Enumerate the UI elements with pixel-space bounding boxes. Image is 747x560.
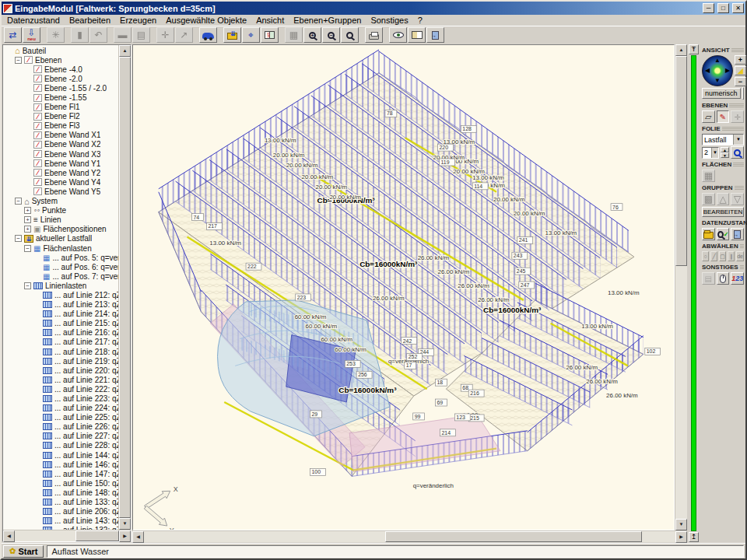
menu-ebenen-gruppen[interactable]: Ebenen+Gruppen (289, 16, 366, 25)
tree-item[interactable]: ... auf Linie 221: qZ=26.00 (3, 375, 118, 384)
tree-vscroll-thumb[interactable] (119, 57, 131, 518)
tree-item[interactable]: ... auf Linie 220: qZ=26.00 (3, 366, 118, 375)
menu-erzeugen[interactable]: Erzeugen (115, 16, 161, 25)
rotate-right-icon[interactable]: ▶ (724, 67, 731, 75)
deselect-button-4[interactable]: de (736, 251, 744, 261)
tree-item[interactable]: ∕Ebene -1.55 (3, 93, 118, 102)
tree-item[interactable]: ... auf Linie 216: qZ=20.00 (3, 328, 118, 338)
minus-expander-icon[interactable]: − (24, 282, 31, 289)
tree-item[interactable]: ∕Ebene Fl3 (3, 121, 118, 131)
group-hatch-button[interactable]: ▩ (702, 193, 715, 205)
data-exchange-button[interactable]: ⇄ (4, 27, 22, 43)
tree-item[interactable]: ∕Ebene Fl1 (3, 103, 118, 112)
tree-item[interactable]: −∕Ebenen (3, 55, 118, 65)
zoom-window-button[interactable] (341, 27, 359, 43)
scroll-down-icon[interactable]: ▼ (675, 519, 687, 530)
tree-item[interactable]: ▦... auf Pos. 6: q=veränderlich (3, 262, 118, 271)
active-divider-line[interactable] (691, 55, 696, 531)
tree-item[interactable]: ... auf Linie 219: qZ=26.00 (3, 356, 118, 366)
plus-expander-icon[interactable]: + (24, 226, 31, 233)
maximize-icon[interactable]: □ (717, 3, 729, 13)
scro ll-down-icon[interactable]: ▼ (119, 518, 131, 530)
light-button[interactable]: ✳ (47, 27, 65, 43)
scroll-left-icon[interactable]: ◀ (3, 530, 15, 542)
canvas-vscrollbar[interactable]: ▲ ▼ (675, 44, 687, 530)
load-generate-button[interactable]: ⌖ (242, 27, 260, 43)
scroll-right-icon[interactable]: ▶ (119, 530, 131, 542)
tree-item[interactable]: ... auf Linie 222: qZ=26.00 (3, 384, 118, 394)
rotate-up-icon[interactable]: ▲ (714, 57, 721, 65)
tree-item[interactable]: ∕Ebene -1.55 / -2.0 (3, 83, 118, 93)
group-down-button[interactable]: ▽ (731, 193, 744, 205)
canvas-hscroll-thumb[interactable] (385, 531, 642, 542)
edit-plane-button[interactable]: ✎ (717, 110, 730, 123)
scroll-right-icon[interactable]: ▶ (675, 531, 687, 543)
chevron-down-icon[interactable]: ▼ (733, 135, 743, 145)
minus-expander-icon[interactable]: − (15, 198, 22, 205)
canvas-vscroll-thumb[interactable] (675, 56, 687, 266)
canvas-hscrollbar[interactable]: ◀ ▶ (132, 530, 687, 542)
tree-item[interactable]: ... auf Linie 226: qZ=26.00 (3, 422, 118, 432)
plate-button[interactable]: ▬ (114, 27, 132, 43)
menu-ansicht[interactable]: Ansicht (251, 16, 289, 25)
tree-item[interactable]: ▦... auf Pos. 7: q=veränderlich (3, 271, 118, 281)
collapse-panel-icon[interactable]: ↥ (689, 532, 699, 542)
tree-item[interactable]: −⌂System (3, 197, 118, 206)
menu-?[interactable]: ? (413, 16, 427, 25)
view-navigation-pad[interactable]: ▲ ◀ ▶ ▼ (702, 55, 733, 86)
tree-item[interactable]: ... auf Linie 148: qZ=13.00 (3, 488, 118, 497)
tree-item[interactable]: +∘∘Punkte (3, 206, 118, 215)
rotate-left-icon[interactable]: ◀ (703, 67, 711, 75)
tree-item[interactable]: ∕Ebene Fl2 (3, 112, 118, 121)
move-node-button[interactable]: ✛ (156, 27, 174, 43)
menu-ausgew-hlte-objekte[interactable]: Ausgewählte Objekte (161, 16, 251, 25)
tree-item[interactable]: −⇊aktueller Lastfall (3, 234, 118, 243)
print-button[interactable] (365, 27, 383, 43)
tree-hscrollbar[interactable]: ◀ ▶ (3, 530, 131, 541)
model-canvas[interactable]: Cb=16000kN/m³Cb=16000kN/m³Cb=16000kN/m³C… (132, 44, 675, 530)
tree-item[interactable]: ... auf Linie 147: qZ=13.00 (3, 469, 118, 478)
tree-item[interactable]: ∕Ebene -2.0 (3, 74, 118, 83)
rotate-down-icon[interactable]: ▼ (714, 77, 721, 85)
line-tool-button[interactable]: ↗ (175, 27, 193, 43)
title-bar[interactable]: EingabeModul [Faltwerk: Sprungbecken d=3… (2, 2, 745, 15)
eye-button[interactable] (389, 27, 407, 43)
report-button[interactable]: ▤ (702, 272, 715, 285)
start-button[interactable]: Start (3, 545, 44, 558)
tree-item[interactable]: +▣Flächenpositionen (3, 225, 118, 234)
load-doc-button[interactable] (261, 27, 279, 43)
load-folder-button[interactable] (223, 27, 241, 43)
grid-button[interactable]: ▦ (285, 27, 303, 43)
new-button[interactable]: ⇩neu (23, 27, 40, 43)
coordinates-button[interactable]: 123 (731, 272, 744, 285)
tree-item[interactable]: ... auf Linie 144: qZ=13.00 (3, 450, 118, 460)
tree-item[interactable]: ... auf Linie 228: qZ=26.00 (3, 441, 118, 450)
tree-item[interactable]: ... auf Linie 212: qZ=20.00 (3, 290, 118, 299)
pin-panel-icon[interactable]: Ŧ (689, 44, 699, 54)
loadcase-number-select[interactable]: 2 ▼ (702, 147, 719, 159)
tree-item[interactable]: ∕Ebene Wand Y1 (3, 159, 118, 168)
tree-item[interactable]: ∕Ebene Wand X3 (3, 149, 118, 159)
deselect-button-3[interactable]: ∥ (728, 251, 735, 261)
menu-bearbeiten[interactable]: Bearbeiten (65, 16, 115, 25)
search-loadcase-button[interactable] (731, 146, 744, 159)
tree-item[interactable]: ... auf Linie 206: qZ=13.00 (3, 507, 118, 516)
tree-hscroll-thumb[interactable] (75, 530, 119, 541)
open-data-button[interactable] (702, 228, 715, 240)
scroll-up-icon[interactable]: ▲ (675, 44, 687, 56)
tree-item[interactable]: ... auf Linie 215: qZ=20.00 (3, 319, 118, 328)
bearbeiten-button[interactable]: BEARBEITEN (702, 207, 744, 217)
tree-item[interactable]: ... auf Linie 150: qZ=13.00 (3, 478, 118, 488)
ruler-button[interactable]: ▤ (132, 27, 150, 43)
mouse-settings-button[interactable] (717, 272, 730, 285)
scroll-left-icon[interactable]: ◀ (132, 531, 144, 543)
tree-item[interactable]: ... auf Linie 224: qZ=26.00 (3, 404, 118, 413)
deselect-button-0[interactable]: ○ (702, 251, 709, 261)
move-plane-button[interactable]: ✛ (731, 110, 744, 123)
deselect-button-2[interactable]: ▢ (719, 251, 726, 261)
manual-button[interactable] (408, 27, 426, 43)
tree-item[interactable]: −▦Flächenlasten (3, 243, 118, 253)
minus-expander-icon[interactable]: − (15, 235, 22, 242)
zoom-plus-button[interactable]: + (735, 55, 746, 65)
area-tool-button[interactable]: ▦ (702, 170, 715, 182)
